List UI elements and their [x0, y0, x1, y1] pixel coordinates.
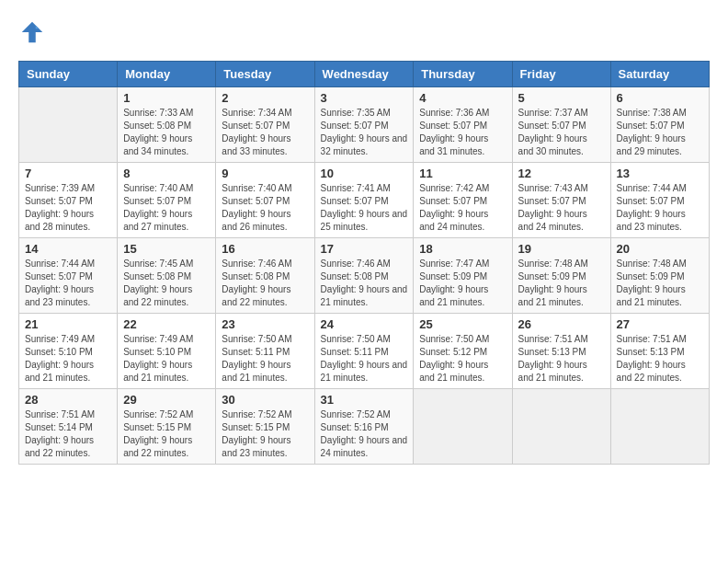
calendar-day-cell: 1Sunrise: 7:33 AMSunset: 5:08 PMDaylight…: [118, 87, 216, 163]
day-detail: Sunrise: 7:50 AMSunset: 5:11 PMDaylight:…: [321, 333, 408, 385]
day-number: 22: [123, 317, 210, 331]
calendar-day-cell: 29Sunrise: 7:52 AMSunset: 5:15 PMDayligh…: [118, 389, 216, 465]
calendar-header-row: SundayMondayTuesdayWednesdayThursdayFrid…: [19, 62, 710, 87]
day-number: 16: [222, 242, 308, 256]
calendar-day-cell: 2Sunrise: 7:34 AMSunset: 5:07 PMDaylight…: [216, 87, 314, 163]
day-number: 27: [617, 317, 703, 331]
weekday-header: Saturday: [610, 62, 709, 87]
day-detail: Sunrise: 7:39 AMSunset: 5:07 PMDaylight:…: [25, 182, 111, 234]
day-number: 5: [518, 91, 605, 105]
weekday-header: Monday: [118, 62, 216, 87]
calendar-week-row: 1Sunrise: 7:33 AMSunset: 5:08 PMDaylight…: [19, 87, 710, 163]
page-header: [18, 18, 710, 46]
calendar-day-cell: 12Sunrise: 7:43 AMSunset: 5:07 PMDayligh…: [512, 163, 610, 238]
weekday-header: Wednesday: [314, 62, 414, 87]
day-detail: Sunrise: 7:51 AMSunset: 5:14 PMDaylight:…: [25, 408, 111, 460]
day-number: 23: [222, 317, 308, 331]
calendar-day-cell: 17Sunrise: 7:46 AMSunset: 5:08 PMDayligh…: [314, 238, 414, 314]
day-number: 2: [222, 91, 308, 105]
calendar-day-cell: [610, 389, 709, 465]
calendar-day-cell: 25Sunrise: 7:50 AMSunset: 5:12 PMDayligh…: [414, 314, 512, 389]
weekday-header: Tuesday: [216, 62, 314, 87]
day-detail: Sunrise: 7:45 AMSunset: 5:08 PMDaylight:…: [123, 258, 210, 309]
day-number: 18: [419, 242, 506, 256]
calendar-day-cell: 7Sunrise: 7:39 AMSunset: 5:07 PMDaylight…: [19, 163, 118, 238]
calendar-day-cell: [414, 389, 512, 465]
calendar-day-cell: [512, 389, 610, 465]
day-number: 12: [518, 167, 605, 180]
calendar-week-row: 28Sunrise: 7:51 AMSunset: 5:14 PMDayligh…: [19, 389, 710, 465]
day-detail: Sunrise: 7:50 AMSunset: 5:12 PMDaylight:…: [419, 333, 506, 385]
day-detail: Sunrise: 7:34 AMSunset: 5:07 PMDaylight:…: [222, 107, 308, 158]
day-detail: Sunrise: 7:48 AMSunset: 5:09 PMDaylight:…: [518, 258, 605, 309]
day-number: 8: [123, 167, 210, 180]
day-detail: Sunrise: 7:41 AMSunset: 5:07 PMDaylight:…: [321, 182, 408, 234]
day-number: 28: [25, 393, 111, 407]
day-detail: Sunrise: 7:40 AMSunset: 5:07 PMDaylight:…: [222, 182, 308, 234]
day-detail: Sunrise: 7:36 AMSunset: 5:07 PMDaylight:…: [419, 107, 506, 158]
weekday-header: Friday: [512, 62, 610, 87]
day-number: 20: [617, 242, 703, 256]
day-number: 9: [222, 167, 308, 180]
calendar-day-cell: 22Sunrise: 7:49 AMSunset: 5:10 PMDayligh…: [118, 314, 216, 389]
day-detail: Sunrise: 7:42 AMSunset: 5:07 PMDaylight:…: [419, 182, 506, 234]
day-number: 19: [518, 242, 605, 256]
day-number: 11: [419, 167, 506, 180]
calendar-week-row: 7Sunrise: 7:39 AMSunset: 5:07 PMDaylight…: [19, 163, 710, 238]
day-detail: Sunrise: 7:35 AMSunset: 5:07 PMDaylight:…: [321, 107, 408, 158]
calendar-day-cell: 4Sunrise: 7:36 AMSunset: 5:07 PMDaylight…: [414, 87, 512, 163]
day-detail: Sunrise: 7:33 AMSunset: 5:08 PMDaylight:…: [123, 107, 210, 158]
day-number: 13: [617, 167, 703, 180]
calendar-day-cell: 30Sunrise: 7:52 AMSunset: 5:15 PMDayligh…: [216, 389, 314, 465]
calendar-day-cell: 8Sunrise: 7:40 AMSunset: 5:07 PMDaylight…: [118, 163, 216, 238]
day-detail: Sunrise: 7:40 AMSunset: 5:07 PMDaylight:…: [123, 182, 210, 234]
day-number: 15: [123, 242, 210, 256]
calendar-week-row: 14Sunrise: 7:44 AMSunset: 5:07 PMDayligh…: [19, 238, 710, 314]
day-detail: Sunrise: 7:52 AMSunset: 5:15 PMDaylight:…: [123, 408, 210, 460]
day-detail: Sunrise: 7:51 AMSunset: 5:13 PMDaylight:…: [518, 333, 605, 385]
day-number: 4: [419, 91, 506, 105]
day-detail: Sunrise: 7:51 AMSunset: 5:13 PMDaylight:…: [617, 333, 703, 385]
calendar-table: SundayMondayTuesdayWednesdayThursdayFrid…: [18, 61, 710, 465]
calendar-day-cell: 18Sunrise: 7:47 AMSunset: 5:09 PMDayligh…: [414, 238, 512, 314]
calendar-day-cell: 6Sunrise: 7:38 AMSunset: 5:07 PMDaylight…: [610, 87, 709, 163]
calendar-day-cell: 27Sunrise: 7:51 AMSunset: 5:13 PMDayligh…: [610, 314, 709, 389]
day-detail: Sunrise: 7:49 AMSunset: 5:10 PMDaylight:…: [123, 333, 210, 385]
day-number: 6: [617, 91, 703, 105]
logo: [18, 18, 50, 46]
day-detail: Sunrise: 7:37 AMSunset: 5:07 PMDaylight:…: [518, 107, 605, 158]
calendar-day-cell: 15Sunrise: 7:45 AMSunset: 5:08 PMDayligh…: [118, 238, 216, 314]
day-detail: Sunrise: 7:38 AMSunset: 5:07 PMDaylight:…: [617, 107, 703, 158]
calendar-day-cell: 26Sunrise: 7:51 AMSunset: 5:13 PMDayligh…: [512, 314, 610, 389]
day-detail: Sunrise: 7:48 AMSunset: 5:09 PMDaylight:…: [617, 258, 703, 309]
day-number: 17: [321, 242, 408, 256]
calendar-day-cell: 10Sunrise: 7:41 AMSunset: 5:07 PMDayligh…: [314, 163, 414, 238]
day-number: 21: [25, 317, 111, 331]
calendar-day-cell: 24Sunrise: 7:50 AMSunset: 5:11 PMDayligh…: [314, 314, 414, 389]
calendar-day-cell: 5Sunrise: 7:37 AMSunset: 5:07 PMDaylight…: [512, 87, 610, 163]
day-number: 25: [419, 317, 506, 331]
calendar-day-cell: 9Sunrise: 7:40 AMSunset: 5:07 PMDaylight…: [216, 163, 314, 238]
calendar-day-cell: 21Sunrise: 7:49 AMSunset: 5:10 PMDayligh…: [19, 314, 118, 389]
calendar-day-cell: 31Sunrise: 7:52 AMSunset: 5:16 PMDayligh…: [314, 389, 414, 465]
calendar-day-cell: 13Sunrise: 7:44 AMSunset: 5:07 PMDayligh…: [610, 163, 709, 238]
day-detail: Sunrise: 7:47 AMSunset: 5:09 PMDaylight:…: [419, 258, 506, 309]
day-number: 14: [25, 242, 111, 256]
calendar-day-cell: 19Sunrise: 7:48 AMSunset: 5:09 PMDayligh…: [512, 238, 610, 314]
day-detail: Sunrise: 7:43 AMSunset: 5:07 PMDaylight:…: [518, 182, 605, 234]
day-number: 24: [321, 317, 408, 331]
logo-icon: [18, 18, 46, 46]
day-number: 1: [123, 91, 210, 105]
day-number: 10: [321, 167, 408, 180]
day-detail: Sunrise: 7:46 AMSunset: 5:08 PMDaylight:…: [321, 258, 408, 309]
day-number: 29: [123, 393, 210, 407]
day-number: 26: [518, 317, 605, 331]
day-number: 3: [321, 91, 408, 105]
weekday-header: Sunday: [19, 62, 118, 87]
calendar-day-cell: 14Sunrise: 7:44 AMSunset: 5:07 PMDayligh…: [19, 238, 118, 314]
day-detail: Sunrise: 7:44 AMSunset: 5:07 PMDaylight:…: [617, 182, 703, 234]
day-number: 30: [222, 393, 308, 407]
day-number: 31: [321, 393, 408, 407]
day-detail: Sunrise: 7:52 AMSunset: 5:15 PMDaylight:…: [222, 408, 308, 460]
day-detail: Sunrise: 7:46 AMSunset: 5:08 PMDaylight:…: [222, 258, 308, 309]
